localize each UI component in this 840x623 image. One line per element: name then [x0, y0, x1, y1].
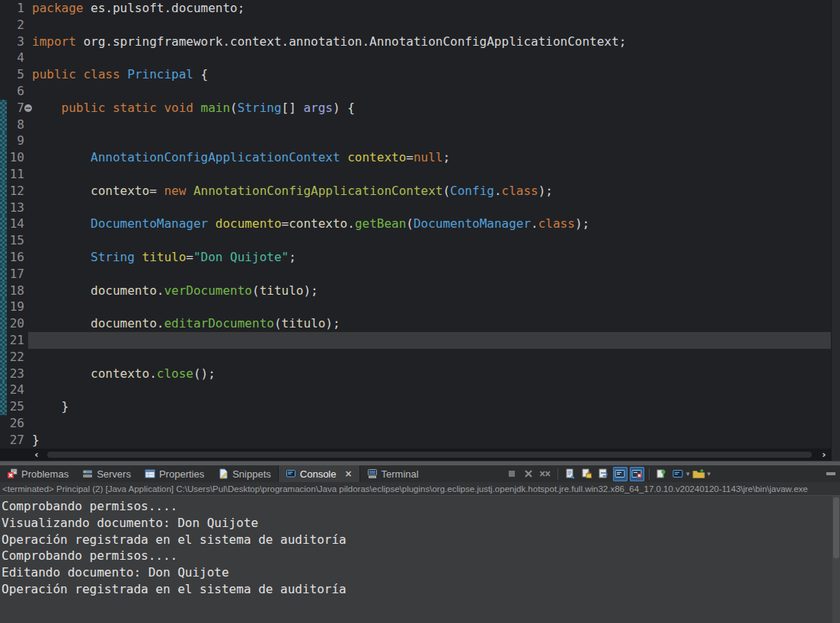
tab-console[interactable]: Console ×: [278, 465, 360, 482]
code-line[interactable]: 1package es.pulsoft.documento;: [0, 0, 840, 17]
code-line[interactable]: 14 DocumentoManager documento=contexto.g…: [0, 216, 840, 232]
overview-ruler[interactable]: [831, 0, 840, 461]
tab-label: Problemas: [21, 468, 69, 480]
breakpoint-marker-icon[interactable]: [24, 104, 32, 112]
code-line[interactable]: 25 }: [0, 398, 840, 415]
line-number[interactable]: 17: [0, 266, 24, 283]
line-number[interactable]: 26: [0, 415, 24, 432]
line-number[interactable]: 1: [0, 0, 24, 17]
horizontal-scroll-thumb[interactable]: [47, 452, 812, 458]
code-line[interactable]: 18 documento.verDocumento(titulo);: [0, 283, 840, 299]
line-number[interactable]: 21: [0, 332, 24, 349]
code-text: contexto.close();: [32, 366, 216, 382]
line-number[interactable]: 7: [0, 100, 24, 117]
code-text: }: [32, 432, 40, 449]
line-number[interactable]: 16: [0, 249, 24, 266]
console-output-line: Comprobando permisos....: [0, 498, 840, 515]
line-number[interactable]: 13: [0, 200, 24, 216]
console-output-line: Comprobando permisos....: [0, 548, 840, 564]
line-number[interactable]: 6: [0, 83, 24, 100]
close-icon[interactable]: ×: [344, 469, 352, 478]
scroll-lock-button[interactable]: [580, 467, 594, 481]
tab-servers[interactable]: Servers: [75, 465, 138, 482]
code-line[interactable]: 13: [0, 200, 840, 216]
code-text: public class Principal {: [32, 66, 208, 83]
code-editor[interactable]: 1package es.pulsoft.documento;23import o…: [0, 0, 840, 449]
code-line[interactable]: 9: [0, 133, 840, 149]
scroll-left-arrow-icon[interactable]: ‹: [30, 449, 43, 461]
line-number[interactable]: 11: [0, 166, 24, 183]
tab-problemas[interactable]: Problemas: [0, 465, 75, 482]
code-line[interactable]: 3import org.springframework.context.anno…: [0, 34, 840, 50]
tab-label: Servers: [97, 468, 131, 480]
clear-console-button[interactable]: [563, 467, 577, 481]
scroll-right-arrow-icon[interactable]: ›: [818, 449, 830, 461]
line-number[interactable]: 18: [0, 283, 24, 299]
code-line[interactable]: 17: [0, 266, 840, 283]
code-text: }: [32, 398, 69, 415]
line-number[interactable]: 25: [0, 398, 24, 415]
code-line[interactable]: 4: [0, 50, 840, 66]
terminate-button[interactable]: [505, 467, 519, 481]
remove-all-terminated-button[interactable]: [538, 467, 553, 481]
properties-icon: [145, 468, 155, 479]
editor-horizontal-scrollbar[interactable]: ‹ ›: [0, 449, 832, 461]
code-line[interactable]: 24: [0, 382, 840, 398]
code-line[interactable]: 19: [0, 299, 840, 315]
code-line[interactable]: 7 public static void main(String[] args)…: [0, 100, 840, 117]
console-vertical-scrollbar[interactable]: [832, 496, 840, 623]
line-number[interactable]: 22: [0, 349, 24, 366]
word-wrap-button[interactable]: [596, 467, 611, 481]
line-number[interactable]: 9: [0, 133, 24, 149]
line-number[interactable]: 27: [0, 432, 24, 449]
console-scroll-thumb[interactable]: [833, 497, 839, 558]
line-number[interactable]: 3: [0, 34, 24, 50]
line-number[interactable]: 2: [0, 17, 24, 34]
code-line[interactable]: 5public class Principal {: [0, 66, 840, 83]
code-line[interactable]: 26: [0, 415, 840, 432]
show-stderr-button[interactable]: [630, 467, 644, 481]
minimize-button[interactable]: [826, 472, 835, 475]
line-number[interactable]: 19: [0, 299, 24, 315]
line-number[interactable]: 24: [0, 382, 24, 398]
code-line[interactable]: 11: [0, 166, 840, 183]
remove-launch-button[interactable]: [522, 467, 536, 481]
code-line[interactable]: 22: [0, 349, 840, 366]
line-number[interactable]: 10: [0, 149, 24, 166]
code-line[interactable]: 21: [0, 332, 840, 349]
code-line[interactable]: 10 AnnotationConfigApplicationContext co…: [0, 149, 840, 166]
console-lines-container: Comprobando permisos....Visualizando doc…: [0, 496, 840, 598]
chevron-down-icon[interactable]: ▾: [686, 470, 690, 478]
code-line[interactable]: 23 contexto.close();: [0, 366, 840, 382]
line-number[interactable]: 14: [0, 216, 24, 232]
line-number[interactable]: 4: [0, 50, 24, 66]
console-output-line: Operación registrada en el sistema de au…: [0, 532, 840, 548]
code-line[interactable]: 12 contexto= new AnnotationConfigApplica…: [0, 183, 840, 200]
line-number[interactable]: 5: [0, 66, 24, 83]
line-number[interactable]: 23: [0, 366, 24, 382]
snippets-icon: [218, 468, 228, 479]
terminal-icon: [367, 468, 378, 479]
code-line[interactable]: 20 documento.editarDocumento(titulo);: [0, 315, 840, 332]
bottom-panel: Problemas Servers Properties Snippets Co…: [0, 461, 840, 623]
code-line[interactable]: 6: [0, 83, 840, 100]
show-stdout-button[interactable]: [613, 467, 628, 481]
tab-label: Snippets: [232, 468, 271, 480]
tab-snippets[interactable]: Snippets: [211, 465, 278, 482]
code-line[interactable]: 27}: [0, 432, 840, 449]
tab-properties[interactable]: Properties: [138, 465, 211, 482]
code-line[interactable]: 2: [0, 17, 840, 34]
tab-terminal[interactable]: Terminal: [360, 465, 426, 482]
console-output[interactable]: Comprobando permisos....Visualizando doc…: [0, 496, 840, 623]
line-number[interactable]: 20: [0, 315, 24, 332]
display-console-button[interactable]: [671, 467, 685, 481]
code-line[interactable]: 16 String titulo="Don Quijote";: [0, 249, 840, 266]
line-number[interactable]: 8: [0, 117, 24, 133]
code-line[interactable]: 8: [0, 117, 840, 133]
line-number[interactable]: 15: [0, 232, 24, 249]
line-number[interactable]: 12: [0, 183, 24, 200]
pin-console-button[interactable]: [654, 467, 669, 481]
chevron-down-icon[interactable]: ▾: [707, 470, 711, 478]
open-console-button[interactable]: [691, 467, 706, 481]
code-line[interactable]: 15: [0, 232, 840, 249]
